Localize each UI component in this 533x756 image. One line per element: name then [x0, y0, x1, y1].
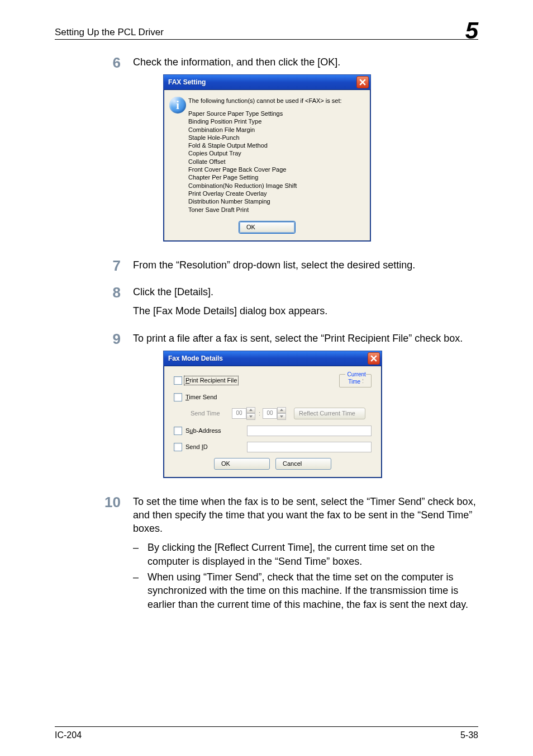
step-9: 9 To print a file after a fax is sent, s…	[55, 332, 478, 487]
sub-bullet: – By clicking the [Reflect Current Time]…	[133, 541, 478, 568]
chapter-number: 5	[465, 20, 478, 41]
send-time-label: Send Time	[191, 409, 232, 418]
step-6: 6 Check the information, and then click …	[55, 55, 478, 251]
dialog-intro: The following function(s) cannot be used…	[188, 97, 363, 105]
current-time-label: Current Time	[345, 371, 366, 385]
close-button[interactable]	[368, 352, 380, 365]
ok-button[interactable]: OK	[239, 221, 295, 233]
fn-line: Fold & Staple Output Method	[188, 141, 363, 149]
print-recipient-file-label: Print Recipient File	[184, 376, 239, 385]
fn-line: Staple Hole-Punch	[188, 134, 363, 141]
footer-right: 5-38	[460, 730, 478, 740]
sub-address-label: Sub-Address	[185, 427, 247, 435]
step-8: 8 Click the [Details]. The [Fax Mode Det…	[55, 285, 478, 324]
hour-value: 00	[232, 408, 246, 419]
close-icon	[359, 79, 366, 86]
step-number: 10	[88, 495, 133, 613]
running-header: Setting Up the PCL Driver 5	[55, 17, 478, 40]
step-text: Check the information, and then click th…	[133, 55, 478, 69]
fn-line: Collate Offset	[188, 158, 363, 166]
step-7: 7 From the “Resolution” drop-down list, …	[55, 258, 478, 277]
sub-address-checkbox[interactable]	[174, 427, 182, 435]
fn-line: Toner Save Draft Print	[188, 206, 363, 214]
fn-line: Combination(No Reduction) Image Shift	[188, 182, 363, 190]
sub-bullet: – When using “Timer Send”, check that th…	[133, 570, 478, 611]
send-id-label: Send ID	[185, 443, 247, 451]
bullet-text: When using “Timer Send”, check that the …	[147, 570, 478, 611]
close-button[interactable]	[356, 76, 369, 88]
fn-line: Paper Source Paper Type Settings	[188, 110, 363, 117]
bullet-text: By clicking the [Reflect Current Time], …	[147, 541, 478, 568]
fax-mode-details-dialog: Fax Mode Details Print Recipient File	[163, 351, 382, 478]
step-text: From the “Resolution” drop-down list, se…	[133, 258, 478, 272]
timer-send-checkbox[interactable]	[174, 393, 182, 401]
print-recipient-file-checkbox[interactable]	[174, 376, 182, 385]
info-icon: i	[169, 97, 186, 114]
step-text: Click the [Details].	[133, 285, 478, 299]
fn-line: Front Cover Page Back Cover Page	[188, 166, 363, 173]
step-text: To print a file after a fax is sent, sel…	[133, 332, 478, 345]
titlebar[interactable]: FAX Setting	[164, 75, 370, 90]
step-number: 7	[88, 258, 133, 277]
footer-left: IC-204	[55, 730, 82, 740]
send-time-minute-spinner[interactable]: 00	[263, 407, 286, 420]
fax-setting-dialog: FAX Setting i The following function(s) …	[163, 74, 371, 242]
dialog-title: FAX Setting	[168, 78, 356, 87]
step-number: 8	[88, 285, 133, 324]
fn-line: Combination File Margin	[188, 126, 363, 134]
fn-line: Binding Position Print Type	[188, 117, 363, 125]
running-title: Setting Up the PCL Driver	[55, 27, 164, 38]
cancel-button[interactable]: Cancel	[275, 458, 331, 470]
send-time-hour-spinner[interactable]: 00	[232, 407, 255, 420]
step-10: 10 To set the time when the fax is to be…	[55, 495, 478, 613]
reflect-current-time-button[interactable]: Reflect Current Time	[294, 408, 365, 419]
titlebar[interactable]: Fax Mode Details	[164, 351, 382, 366]
fn-line: Chapter Per Page Setting	[188, 173, 363, 181]
sub-address-input[interactable]	[247, 426, 372, 436]
fn-line: Copies Output Tray	[188, 149, 363, 157]
spin-up-icon[interactable]	[246, 407, 255, 414]
send-id-checkbox[interactable]	[174, 443, 182, 451]
step-text: The [Fax Mode Details] dialog box appear…	[133, 304, 478, 318]
spin-up-icon[interactable]	[277, 407, 286, 414]
send-time-row: Send Time 00 : 00	[191, 407, 372, 420]
minute-value: 00	[263, 408, 277, 419]
spin-down-icon[interactable]	[277, 413, 286, 420]
dialog-function-list: Paper Source Paper Type Settings Binding…	[188, 110, 363, 214]
ok-button[interactable]: OK	[214, 458, 270, 470]
page-footer: IC-204 5-38	[55, 726, 478, 740]
dialog-title: Fax Mode Details	[168, 354, 368, 363]
send-id-input[interactable]	[247, 442, 372, 452]
timer-send-label: Timer Send	[185, 393, 217, 401]
fn-line: Distribution Number Stamping	[188, 197, 363, 205]
step-number: 6	[88, 55, 133, 251]
step-number: 9	[88, 332, 133, 487]
close-icon	[370, 355, 377, 362]
current-time-group: Current Time 10:52	[339, 374, 372, 388]
step-text: To set the time when the fax is to be se…	[133, 495, 478, 536]
spin-down-icon[interactable]	[246, 413, 255, 420]
fn-line: Print Overlay Create Overlay	[188, 190, 363, 197]
